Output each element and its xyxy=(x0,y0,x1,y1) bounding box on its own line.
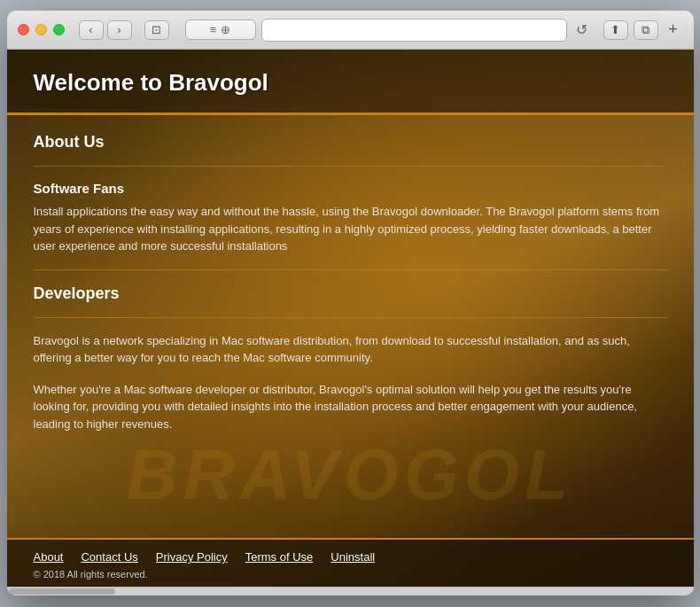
footer-link-terms[interactable]: Terms of Use xyxy=(245,550,314,564)
footer-links: About Contact Us Privacy Policy Terms of… xyxy=(34,550,667,564)
footer-link-uninstall[interactable]: Uninstall xyxy=(331,550,375,564)
reload-button[interactable]: ↺ xyxy=(576,21,587,38)
scrollbar-track[interactable] xyxy=(7,587,694,595)
about-us-heading: About Us xyxy=(34,133,667,152)
footer-link-contact[interactable]: Contact Us xyxy=(81,550,137,564)
nav-buttons: ‹ › xyxy=(79,20,132,40)
browser-content: BRAVOGOL Welcome to Bravogol About Us So… xyxy=(7,50,694,587)
divider-3 xyxy=(34,317,667,318)
webpage-overlay: Welcome to Bravogol About Us Software Fa… xyxy=(7,50,694,587)
copyright-text: © 2018 All rights reserved. xyxy=(34,569,667,580)
reader-icon: ≡ xyxy=(210,23,217,36)
divider-2 xyxy=(34,269,667,270)
forward-button[interactable]: › xyxy=(107,20,132,40)
page-main[interactable]: About Us Software Fans Install applicati… xyxy=(7,115,694,538)
page-header: Welcome to Bravogol xyxy=(7,50,694,115)
page-footer: About Contact Us Privacy Policy Terms of… xyxy=(7,538,694,587)
right-buttons: ⬆ ⧉ + xyxy=(603,20,683,40)
maximize-button[interactable] xyxy=(53,24,65,35)
developers-heading: Developers xyxy=(34,284,667,303)
plus-icon: + xyxy=(668,20,678,39)
divider-1 xyxy=(34,166,667,167)
close-button[interactable] xyxy=(18,24,29,35)
address-bar: ≡ ⊕ ↺ xyxy=(185,19,587,42)
software-fans-heading: Software Fans xyxy=(34,181,667,196)
software-fans-body: Install applications the easy way and wi… xyxy=(34,203,667,255)
url-bar[interactable] xyxy=(261,19,567,42)
footer-link-about[interactable]: About xyxy=(34,550,64,564)
titlebar: ‹ › ⊡ ≡ ⊕ ↺ ⬆ ⧉ + xyxy=(7,11,694,50)
share-button[interactable]: ⬆ xyxy=(603,20,628,40)
new-tab-button[interactable]: + xyxy=(664,20,683,40)
tabs-button[interactable]: ⧉ xyxy=(634,20,658,40)
back-button[interactable]: ‹ xyxy=(79,20,104,40)
developers-body2: Whether you're a Mac software developer … xyxy=(34,381,667,433)
add-tab-icon: ⊕ xyxy=(221,23,230,36)
minimize-button[interactable] xyxy=(35,24,47,35)
back-icon: ‹ xyxy=(89,23,92,36)
developers-body1: Bravogol is a network specializing in Ma… xyxy=(34,332,667,367)
footer-link-privacy[interactable]: Privacy Policy xyxy=(156,550,228,564)
page-title: Welcome to Bravogol xyxy=(34,69,667,97)
share-icon: ⬆ xyxy=(611,23,620,36)
forward-icon: › xyxy=(117,23,121,36)
scrollbar-thumb[interactable] xyxy=(9,588,115,595)
traffic-lights xyxy=(18,24,65,35)
address-left-controls[interactable]: ≡ ⊕ xyxy=(185,19,256,40)
browser-window: ‹ › ⊡ ≡ ⊕ ↺ ⬆ ⧉ + xyxy=(7,11,694,595)
sidebar-icon: ⊡ xyxy=(152,23,161,36)
tabs-icon: ⧉ xyxy=(642,23,649,37)
sidebar-button[interactable]: ⊡ xyxy=(144,20,169,40)
